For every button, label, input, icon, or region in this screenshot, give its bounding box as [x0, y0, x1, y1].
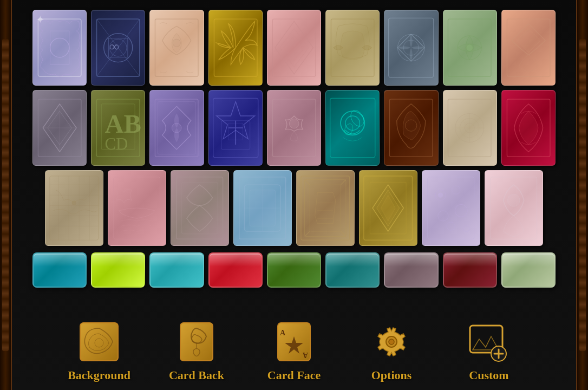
card-item[interactable]	[32, 10, 87, 86]
bottom-nav: Background	[16, 313, 572, 385]
color-button-red[interactable]	[208, 252, 263, 288]
card-item[interactable]	[32, 90, 87, 166]
svg-point-85	[508, 194, 520, 206]
svg-point-78	[438, 192, 443, 198]
right-border	[576, 0, 588, 390]
nav-label-custom: Custom	[469, 368, 508, 382]
nav-label-background: Background	[68, 368, 130, 382]
svg-point-1	[50, 38, 69, 57]
card-item[interactable]	[443, 10, 497, 86]
svg-point-38	[345, 116, 360, 131]
svg-point-82	[447, 222, 455, 230]
svg-point-79	[452, 186, 460, 194]
nav-item-custom[interactable]: Custom	[440, 317, 538, 382]
main-container: ∞	[0, 0, 588, 390]
card-item[interactable]	[501, 10, 556, 86]
svg-point-83	[463, 225, 469, 231]
card-row-3	[32, 170, 556, 246]
card-item[interactable]	[108, 170, 166, 246]
svg-rect-76	[428, 177, 474, 239]
svg-rect-52	[50, 176, 99, 240]
color-button-sage[interactable]	[501, 252, 556, 288]
nav-item-card-back[interactable]: Card Back	[148, 317, 245, 382]
card-back-icon	[172, 317, 221, 366]
card-item[interactable]	[149, 10, 204, 86]
svg-point-94	[389, 339, 394, 344]
color-button-teal[interactable]	[32, 252, 87, 288]
card-item[interactable]	[267, 90, 321, 166]
color-button-lime[interactable]	[91, 252, 145, 288]
card-item[interactable]	[233, 170, 292, 246]
custom-icon	[465, 317, 513, 366]
svg-text:A: A	[280, 329, 286, 337]
svg-point-81	[438, 211, 448, 221]
svg-point-80	[455, 204, 468, 217]
nav-item-background[interactable]: Background	[50, 317, 148, 382]
card-item[interactable]: AB CD	[91, 90, 145, 166]
color-button-mauve[interactable]	[384, 252, 438, 288]
card-item[interactable]	[422, 170, 480, 246]
left-border	[0, 0, 12, 390]
svg-point-35	[289, 119, 299, 128]
svg-rect-84	[491, 177, 537, 239]
color-button-cyan[interactable]	[149, 252, 204, 288]
nav-item-options[interactable]: Options	[343, 317, 440, 382]
card-item[interactable]	[45, 170, 103, 246]
svg-text:CD: CD	[105, 134, 128, 153]
card-item[interactable]: ∞	[91, 10, 145, 86]
nav-label-card-back: Card Back	[169, 368, 224, 382]
svg-point-37	[341, 111, 364, 135]
nav-item-card-face[interactable]: A A Card Face	[245, 317, 343, 382]
card-item[interactable]	[384, 10, 438, 86]
card-row-1: ∞	[32, 10, 556, 86]
card-item[interactable]	[208, 10, 263, 86]
card-item[interactable]	[208, 90, 263, 166]
nav-label-options: Options	[371, 368, 412, 382]
svg-point-30	[172, 123, 182, 133]
svg-rect-64	[177, 177, 223, 239]
svg-rect-70	[305, 180, 346, 237]
card-item[interactable]	[384, 90, 438, 166]
card-item[interactable]	[359, 170, 417, 246]
svg-point-19	[466, 44, 473, 51]
card-item[interactable]	[171, 170, 229, 246]
card-row-2: AB CD	[32, 90, 556, 166]
svg-rect-69	[301, 176, 350, 240]
svg-rect-0	[38, 19, 81, 76]
card-item[interactable]	[149, 90, 204, 166]
svg-rect-36	[330, 98, 375, 158]
card-item[interactable]	[443, 90, 497, 166]
svg-rect-71	[310, 185, 341, 231]
card-grid-area: ∞	[16, 5, 572, 313]
card-item[interactable]	[267, 10, 321, 86]
color-row	[32, 252, 556, 288]
svg-text:∞: ∞	[109, 39, 119, 54]
card-item[interactable]	[501, 90, 556, 166]
color-button-green[interactable]	[267, 252, 321, 288]
card-item[interactable]	[296, 170, 355, 246]
color-button-teal2[interactable]	[325, 252, 380, 288]
card-item[interactable]	[485, 170, 543, 246]
svg-point-62	[72, 201, 76, 205]
card-item[interactable]	[325, 90, 380, 166]
svg-point-10	[173, 39, 180, 47]
svg-text:A: A	[302, 351, 308, 359]
color-button-darkred[interactable]	[443, 252, 497, 288]
background-icon	[75, 317, 123, 366]
card-item[interactable]	[325, 10, 380, 86]
nav-label-card-face: Card Face	[267, 368, 321, 382]
svg-rect-65	[182, 182, 218, 233]
options-icon	[367, 317, 416, 366]
card-face-icon: A A	[270, 317, 318, 366]
